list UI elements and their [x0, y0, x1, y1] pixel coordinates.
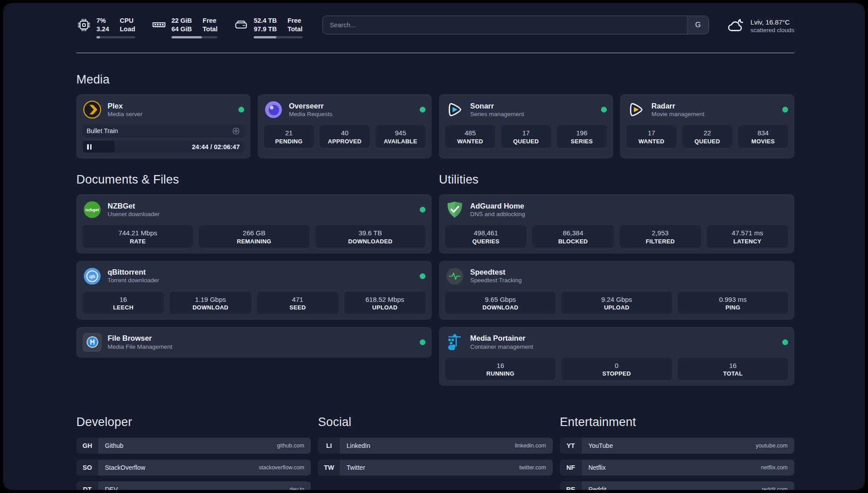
bookmark-group-entertainment: Entertainment YT YouTube youtube.com NF … [560, 415, 794, 490]
stat-leech: 16 LEECH [83, 292, 164, 314]
bookmark-abbr: SO [76, 460, 98, 476]
section-title-media: Media [76, 73, 794, 87]
app-card-radarr[interactable]: Radarr Movie management 17 WANTED 22 QUE… [620, 94, 794, 159]
cpu-usage-label: CPU [120, 17, 135, 25]
search-provider-button[interactable]: G [687, 16, 709, 34]
section-title-developer: Developer [76, 415, 311, 429]
bookmark-twitter[interactable]: TW Twitter twitter.com [318, 460, 552, 476]
bookmark-reddit[interactable]: RE Reddit reddit.com [560, 481, 794, 490]
topbar: 7% 3.24 CPU Load [76, 15, 794, 38]
app-desc: Torrent downloader [108, 277, 159, 284]
svg-text:nzbget: nzbget [85, 207, 99, 212]
media-view-icon[interactable] [232, 127, 240, 135]
sonarr-icon [445, 100, 464, 119]
weather-widget: Lviv, 16.87°C scattered clouds [726, 15, 794, 35]
stat-download: 9.65 Gbps DOWNLOAD [445, 292, 555, 314]
stat-seed: 471 SEED [257, 292, 338, 314]
bookmark-group-social: Social LI LinkedIn linkedin.com TW Twitt… [318, 415, 552, 490]
bookmark-abbr: LI [318, 438, 340, 454]
disk-progress-fill [254, 36, 276, 38]
ram-progress-fill [171, 36, 202, 38]
disk-total-label: Total [288, 25, 303, 33]
app-desc: Container management [470, 343, 533, 351]
app-card-filebrowser[interactable]: File Browser Media File Management [76, 327, 432, 358]
status-dot [782, 339, 788, 345]
documents-column: Documents & Files nzbget NZBGet Usenet d… [76, 173, 432, 393]
section-title-utilities: Utilities [439, 173, 794, 187]
cpu-icon [76, 17, 92, 33]
stat-queued: 22 QUEUED [682, 125, 732, 147]
cpu-load-value: 3.24 [96, 25, 109, 33]
cpu-usage-value: 7% [96, 17, 109, 25]
cpu-monitor: 7% 3.24 CPU Load [76, 17, 135, 38]
status-dot [420, 339, 426, 345]
stat-series: 196 SERIES [557, 125, 607, 147]
stat-remaining: 266 GB REMAINING [199, 225, 309, 247]
bookmark-dev[interactable]: DT DEV dev.to [76, 481, 311, 490]
app-card-speedtest[interactable]: Speedtest Speedtest Tracking 9.65 Gbps D… [439, 261, 794, 320]
app-title: Overseerr [289, 101, 333, 111]
cpu-progress-fill [96, 36, 100, 38]
playback-elapsed-segment [83, 141, 115, 153]
bookmark-name: Github [105, 442, 123, 449]
now-playing-title: Bullet Train [87, 127, 118, 134]
app-card-plex[interactable]: Plex Media server Bullet Train 24:44 / 0… [76, 94, 250, 159]
bookmark-abbr: NF [560, 460, 582, 476]
bookmark-linkedin[interactable]: LI LinkedIn linkedin.com [318, 438, 552, 454]
app-title: Plex [108, 101, 142, 111]
disk-monitor: 52.4 TB 97.9 TB Free Total [234, 17, 302, 38]
bookmark-name: DEV [105, 486, 118, 490]
bookmark-abbr: RE [560, 481, 582, 490]
app-card-sonarr[interactable]: Sonarr Series management 485 WANTED 17 Q… [439, 94, 613, 159]
bookmark-domain: twitter.com [519, 464, 546, 471]
app-card-qbittorrent[interactable]: qb qBittorrent Torrent downloader 16 LEE… [76, 261, 432, 320]
stat-latency: 47.571 ms LATENCY [707, 225, 788, 247]
stat-queued: 17 QUEUED [501, 125, 551, 147]
app-card-overseerr[interactable]: Overseerr Media Requests 21 PENDING 40 A… [258, 94, 432, 159]
bookmark-github[interactable]: GH Github github.com [76, 438, 311, 454]
bookmark-abbr: GH [76, 438, 98, 454]
resource-monitors: 7% 3.24 CPU Load [76, 15, 303, 38]
topbar-divider [76, 53, 794, 53]
bookmark-abbr: YT [560, 438, 582, 454]
nzbget-icon: nzbget [83, 200, 102, 219]
bookmark-stackoverflow[interactable]: SO StackOverflow stackoverflow.com [76, 460, 311, 476]
app-desc: DNS and adblocking [470, 211, 525, 218]
app-card-portainer[interactable]: Media Portainer Container management 16 … [439, 327, 794, 386]
status-dot [420, 273, 426, 279]
weather-location: Lviv, 16.87°C [751, 17, 794, 27]
ram-progressbar [171, 36, 218, 38]
app-desc: Movie management [651, 111, 705, 118]
ram-icon [151, 17, 167, 33]
bookmark-netflix[interactable]: NF Netflix netflix.com [560, 460, 794, 476]
bookmark-domain: github.com [277, 443, 304, 449]
section-title-documents: Documents & Files [76, 173, 432, 187]
app-title: AdGuard Home [470, 201, 525, 211]
bookmark-domain: reddit.com [762, 486, 788, 490]
app-card-adguard[interactable]: AdGuard Home DNS and adblocking 498,461 … [439, 194, 794, 253]
portainer-icon [445, 333, 464, 352]
stat-downloaded: 39.6 TB DOWNLOADED [315, 225, 426, 247]
bookmark-domain: dev.to [289, 486, 304, 490]
app-title: Speedtest [470, 267, 522, 277]
stat-queries: 498,461 QUERIES [445, 225, 526, 247]
app-title: Radarr [651, 101, 705, 111]
pause-icon[interactable] [87, 144, 92, 150]
cpu-load-label: Load [120, 25, 135, 33]
disk-icon [234, 17, 249, 33]
app-desc: Media File Management [108, 343, 172, 351]
adguard-icon [445, 200, 464, 219]
radarr-icon [626, 100, 646, 119]
section-title-entertainment: Entertainment [560, 415, 794, 429]
bookmark-abbr: DT [76, 481, 98, 490]
bookmark-youtube[interactable]: YT YouTube youtube.com [560, 438, 794, 454]
ram-total-label: Total [203, 25, 218, 33]
app-card-nzbget[interactable]: nzbget NZBGet Usenet downloader 744.21 M… [76, 194, 432, 253]
disk-free-label: Free [288, 17, 303, 25]
stat-wanted: 485 WANTED [445, 125, 495, 147]
stat-rate: 744.21 Mbps RATE [83, 225, 193, 247]
bookmark-name: LinkedIn [346, 442, 370, 449]
search-input[interactable] [323, 16, 687, 34]
ram-free-label: Free [203, 17, 218, 25]
svg-text:qb: qb [89, 273, 96, 279]
